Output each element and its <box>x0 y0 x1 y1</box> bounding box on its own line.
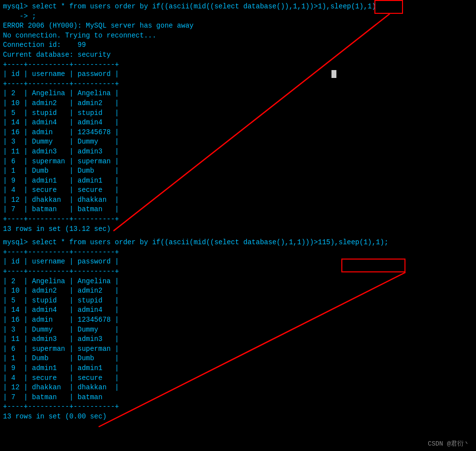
table-row: | 16 | admin | 12345678 | <box>3 315 473 325</box>
table-row: | 1 | Dumb | Dumb | <box>3 166 473 176</box>
table-row: | 12 | dhakkan | dhakkan | <box>3 195 473 205</box>
error-line-4: Current database: security <box>3 50 473 60</box>
table-row: | 7 | batman | batman <box>3 393 473 403</box>
cursor-block <box>331 70 336 78</box>
table-sep-1-mid: +----+----------+----------+ <box>3 79 473 89</box>
table-rows-1: | 2 | Angelina | Angelina || 10 | admin2… <box>3 89 473 215</box>
table-row: | 7 | batman | batman | <box>3 205 473 215</box>
table-row: | 3 | Dummy | Dummy | <box>3 325 473 335</box>
command-cont-1: -> ; <box>3 12 473 22</box>
table-row: | 5 | stupid | stupid | <box>3 296 473 306</box>
result-1: 13 rows in set (13.12 sec) <box>3 225 473 234</box>
table-row: | 4 | secure | secure | <box>3 374 473 383</box>
table-header-2: | id | username | password | <box>3 257 473 267</box>
table-row: | 6 | superman | superman | <box>3 344 473 354</box>
table-row: | 2 | Angelina | Angelina | <box>3 277 473 287</box>
error-line-1: ERROR 2006 (HY000): MySQL server has gon… <box>3 21 473 31</box>
table-sep-2-top: +----+----------+----------+ <box>3 248 473 258</box>
table-row: | 9 | admin1 | admin1 | <box>3 364 473 374</box>
error-line-3: Connection id: 99 <box>3 40 473 50</box>
table-row: | 2 | Angelina | Angelina | <box>3 89 473 99</box>
result-2: 13 rows in set (0.00 sec) <box>3 412 473 422</box>
table-row: | 1 | Dumb | Dumb | <box>3 354 473 364</box>
table-sep-2-bot: +----+----------+----------+ <box>3 402 473 412</box>
command-line-2: mysql> select * from users order by if((… <box>3 238 473 248</box>
table-row: | 11 | admin3 | admin3 | <box>3 147 473 157</box>
table-row: | 9 | admin1 | admin1 | <box>3 176 473 186</box>
terminal-window: mysql> select * from users order by if((… <box>0 0 476 451</box>
table-row: | 3 | Dummy | Dummy | <box>3 137 473 147</box>
table-sep-2-mid: +----+----------+----------+ <box>3 267 473 277</box>
table-row: | 12 | dhakkan | dhakkan | <box>3 383 473 393</box>
watermark: CSDN @君衍丶 <box>428 439 470 448</box>
table-row: | 6 | superman | superman | <box>3 157 473 167</box>
table-row: | 14 | admin4 | admin4 | <box>3 118 473 128</box>
table-header-1: | id | username | password | <box>3 70 473 79</box>
table-rows-2: | 2 | Angelina | Angelina || 10 | admin2… <box>3 277 473 403</box>
table-sep-1-top: +----+----------+----------+ <box>3 60 473 70</box>
table-row: | 16 | admin | 12345678 | <box>3 128 473 138</box>
table-row: | 14 | admin4 | admin4 | <box>3 305 473 315</box>
table-row: | 10 | admin2 | admin2 | <box>3 99 473 109</box>
table-row: | 4 | secure | secure | <box>3 186 473 195</box>
table-sep-1-bot: +----+----------+----------+ <box>3 215 473 225</box>
command-line-1: mysql> select * from users order by if((… <box>3 2 473 12</box>
table-row: | 5 | stupid | stupid | <box>3 109 473 118</box>
terminal-content: mysql> select * from users order by if((… <box>0 0 476 424</box>
table-row: | 11 | admin3 | admin3 | <box>3 335 473 344</box>
table-row: | 10 | admin2 | admin2 | <box>3 286 473 296</box>
error-line-2: No connection. Trying to reconnect... <box>3 31 473 41</box>
